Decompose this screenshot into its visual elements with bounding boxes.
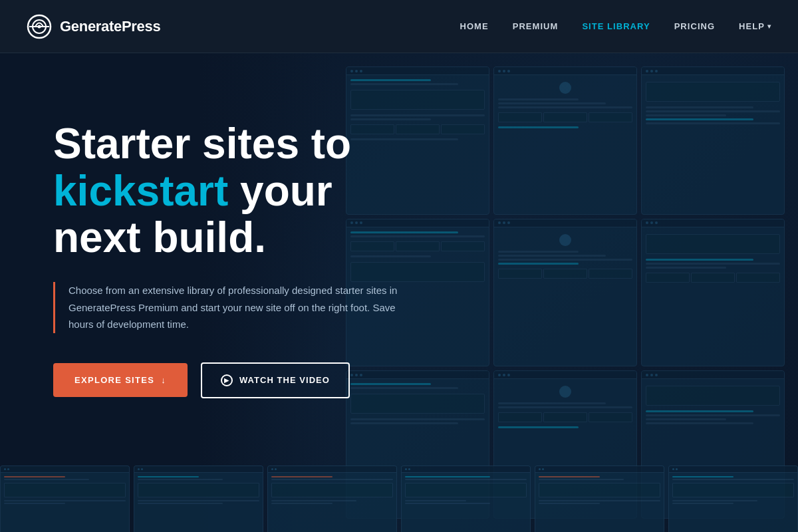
hero-title: Starter sites to kickstart your next bui…	[53, 120, 426, 261]
arrow-down-icon: ↓	[161, 375, 166, 385]
bottom-thumbnail-row	[0, 466, 798, 532]
nav-premium[interactable]: PREMIUM	[513, 21, 559, 31]
play-icon: ▶	[221, 374, 233, 386]
bottom-thumb	[134, 466, 263, 532]
thumb-card	[493, 66, 637, 215]
svg-point-3	[38, 25, 41, 28]
thumb-card	[641, 219, 785, 367]
nav-home[interactable]: HOME	[460, 21, 489, 31]
hero-description-block: Choose from an extensive library of prof…	[53, 282, 399, 333]
watch-video-button[interactable]: ▶ WATCH THE VIDEO	[201, 362, 350, 398]
bottom-thumb	[0, 466, 130, 532]
hero-description: Choose from an extensive library of prof…	[68, 282, 399, 333]
logo-text: GeneratePress	[60, 18, 160, 35]
header: GeneratePress HOME PREMIUM SITE LIBRARY …	[0, 0, 798, 53]
hero-content: Starter sites to kickstart your next bui…	[0, 53, 466, 466]
nav-site-library[interactable]: SITE LIBRARY	[582, 21, 650, 31]
hero-title-accent: kickstart	[53, 167, 228, 215]
hero-buttons: EXPLORE SITES ↓ ▶ WATCH THE VIDEO	[53, 362, 426, 398]
thumb-card	[493, 219, 637, 367]
chevron-down-icon: ▾	[767, 23, 771, 30]
bottom-thumb	[535, 466, 664, 532]
navigation: HOME PREMIUM SITE LIBRARY PRICING HELP ▾	[460, 21, 771, 31]
bottom-thumb	[668, 466, 798, 532]
logo[interactable]: GeneratePress	[27, 14, 160, 39]
nav-pricing[interactable]: PRICING	[674, 21, 715, 31]
hero-section: Starter sites to kickstart your next bui…	[0, 53, 798, 532]
bottom-thumb	[401, 466, 531, 532]
nav-help[interactable]: HELP ▾	[739, 21, 771, 31]
explore-sites-button[interactable]: EXPLORE SITES ↓	[53, 363, 188, 397]
logo-icon	[27, 14, 52, 39]
thumb-card	[641, 66, 785, 215]
bottom-thumb	[267, 466, 397, 532]
